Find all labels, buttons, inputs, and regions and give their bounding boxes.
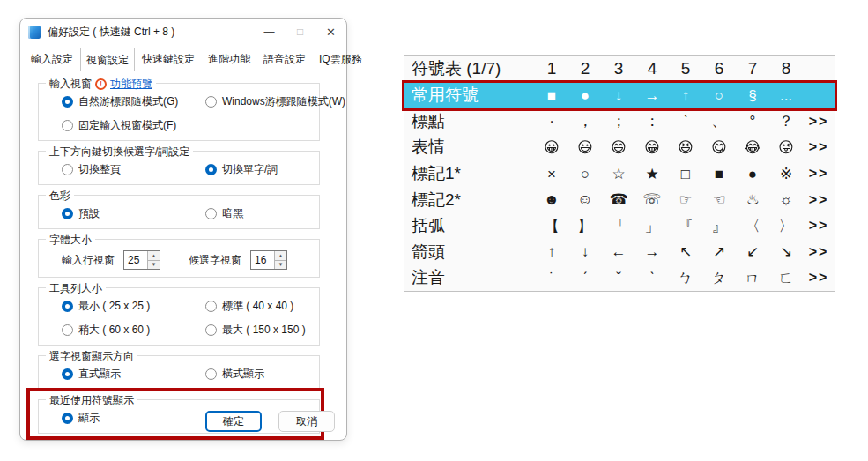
radio-option-固定輸入視窗模式(F)[interactable]: 固定輸入視窗模式(F) (62, 118, 205, 133)
more-button[interactable]: >> (803, 218, 835, 234)
spin-up-icon[interactable]: ▲ (275, 251, 286, 261)
symbol-cell[interactable]: ☼ (769, 192, 803, 207)
radio-icon[interactable] (62, 301, 73, 312)
radio-option-標準 ( 40 x 40 )[interactable]: 標準 ( 40 x 40 ) (205, 299, 314, 314)
spin-down-icon[interactable]: ▼ (275, 261, 286, 270)
radio-option-顯示[interactable]: 顯示 (62, 411, 205, 426)
symbol-cell[interactable]: · (535, 114, 568, 129)
symbol-cell[interactable]: ■ (535, 88, 568, 103)
radio-option-稍大 ( 60 x 60 )[interactable]: 稍大 ( 60 x 60 ) (62, 323, 205, 338)
symbol-cell[interactable]: 〉 (769, 219, 803, 234)
radio-icon[interactable] (62, 164, 73, 175)
symbol-cell[interactable]: ☜ (702, 192, 736, 207)
radio-icon[interactable] (62, 96, 73, 108)
radio-icon[interactable] (205, 368, 217, 380)
symbol-cell[interactable]: ˊ (568, 271, 602, 286)
symbol-cell[interactable]: ˋ (635, 271, 669, 286)
symbol-cell[interactable]: ° (736, 114, 769, 129)
spin-down-icon[interactable]: ▼ (148, 261, 160, 270)
symbol-category-label[interactable]: 括弧 (404, 214, 535, 237)
symbol-cell[interactable]: § (736, 88, 769, 103)
symbol-cell[interactable]: ↙ (736, 244, 769, 259)
more-button[interactable]: >> (803, 192, 835, 208)
symbol-cell[interactable]: ㄈ (769, 271, 803, 286)
symbol-cell[interactable]: ★ (635, 167, 669, 182)
symbol-cell[interactable]: 』 (702, 219, 736, 234)
symbol-cell[interactable]: ☏ (635, 192, 669, 207)
cancel-button[interactable]: 取消 (278, 411, 335, 432)
radio-icon[interactable] (205, 301, 217, 312)
more-button[interactable]: >> (803, 270, 835, 286)
symbol-cell[interactable]: → (635, 88, 669, 103)
symbol-cell[interactable]: ↓ (602, 88, 635, 103)
symbol-cell[interactable]: ○ (702, 88, 736, 103)
more-button[interactable]: >> (803, 114, 835, 130)
more-button[interactable]: >> (803, 166, 835, 182)
symbol-cell[interactable]: ？ (769, 114, 803, 129)
symbol-cell[interactable]: ☞ (669, 192, 702, 207)
symbol-cell[interactable]: ↗ (702, 244, 736, 259)
radio-option-最大 ( 150 x 150 )[interactable]: 最大 ( 150 x 150 ) (205, 323, 314, 338)
radio-option-切換單字/詞[interactable]: 切換單字/詞 (205, 162, 314, 177)
symbol-category-label[interactable]: 表情 (404, 136, 535, 159)
symbol-cell[interactable]: 😁 (635, 140, 669, 155)
symbol-cell[interactable]: ， (568, 114, 602, 129)
tab-IQ雲服務[interactable]: IQ雲服務 (313, 48, 368, 71)
symbol-cell[interactable]: ☆ (602, 167, 635, 182)
radio-option-自然游標跟隨模式(G)[interactable]: 自然游標跟隨模式(G) (62, 94, 205, 109)
symbol-category-label[interactable]: 箭頭 (404, 241, 535, 264)
radio-icon[interactable] (62, 208, 73, 219)
radio-option-最小 ( 25 x 25 )[interactable]: 最小 ( 25 x 25 ) (62, 299, 205, 314)
symbol-category-label[interactable]: 注音 (404, 266, 535, 289)
symbol-cell[interactable]: 😂 (736, 140, 769, 155)
radio-icon[interactable] (205, 324, 217, 336)
symbol-cell[interactable]: ： (635, 114, 669, 129)
tab-快速鍵設定[interactable]: 快速鍵設定 (136, 48, 201, 71)
symbol-cell[interactable]: 「 (602, 219, 635, 234)
symbol-cell[interactable]: 」 (635, 219, 669, 234)
symbol-category-label[interactable]: 標點 (404, 110, 535, 133)
ok-button[interactable]: 確定 (205, 411, 262, 432)
spin-up-icon[interactable]: ▲ (148, 251, 160, 261)
symbol-cell[interactable]: ˇ (602, 271, 635, 286)
radio-option-直式顯示[interactable]: 直式顯示 (62, 367, 205, 382)
more-button[interactable]: >> (803, 244, 835, 260)
more-button[interactable]: >> (803, 139, 835, 155)
symbol-cell[interactable]: ㄅ (669, 271, 702, 286)
symbol-cell[interactable]: □ (669, 167, 702, 182)
symbol-cell[interactable]: 【 (535, 219, 568, 234)
radio-icon[interactable] (62, 120, 73, 131)
radio-option-暗黑[interactable]: 暗黑 (205, 206, 314, 221)
symbol-cell[interactable]: 😋 (702, 140, 736, 155)
tab-輸入設定[interactable]: 輸入設定 (25, 48, 79, 71)
radio-option-橫式顯示[interactable]: 橫式顯示 (205, 367, 314, 382)
symbol-cell[interactable]: 、 (702, 114, 736, 129)
symbol-cell[interactable]: ↑ (669, 88, 702, 103)
feature-preview-link[interactable]: 功能預覽 (110, 77, 152, 92)
radio-icon[interactable] (62, 413, 73, 424)
radio-option-Windows游標跟隨模式(W)[interactable]: Windows游標跟隨模式(W) (205, 94, 345, 109)
symbol-cell[interactable]: ← (602, 244, 635, 259)
symbol-cell[interactable]: 😄 (602, 140, 635, 155)
spinner-value[interactable]: 16 (251, 251, 274, 269)
symbol-cell[interactable]: 】 (568, 219, 602, 234)
radio-icon[interactable] (205, 164, 217, 175)
symbol-cell[interactable]: ↘ (769, 244, 803, 259)
symbol-cell[interactable]: ； (602, 114, 635, 129)
radio-icon[interactable] (205, 208, 217, 219)
symbol-cell[interactable]: ↓ (568, 244, 602, 259)
symbol-cell[interactable]: ˋ (669, 114, 702, 129)
symbol-cell[interactable]: ↑ (535, 244, 568, 259)
symbol-cell[interactable]: ㄆ (702, 271, 736, 286)
symbol-cell[interactable]: ○ (568, 167, 602, 182)
tab-進階功能[interactable]: 進階功能 (202, 48, 256, 71)
radio-icon[interactable] (62, 324, 73, 336)
symbol-cell[interactable]: × (535, 167, 568, 182)
minimize-button[interactable]: — (254, 19, 285, 45)
symbol-cell[interactable]: ● (736, 167, 769, 182)
symbol-cell[interactable]: ☎︎ (602, 192, 635, 207)
symbol-category-label[interactable]: 常用符號 (404, 84, 535, 107)
symbol-cell[interactable]: 〈 (736, 219, 769, 234)
symbol-cell[interactable]: ... (769, 88, 803, 103)
radio-icon[interactable] (62, 368, 73, 380)
